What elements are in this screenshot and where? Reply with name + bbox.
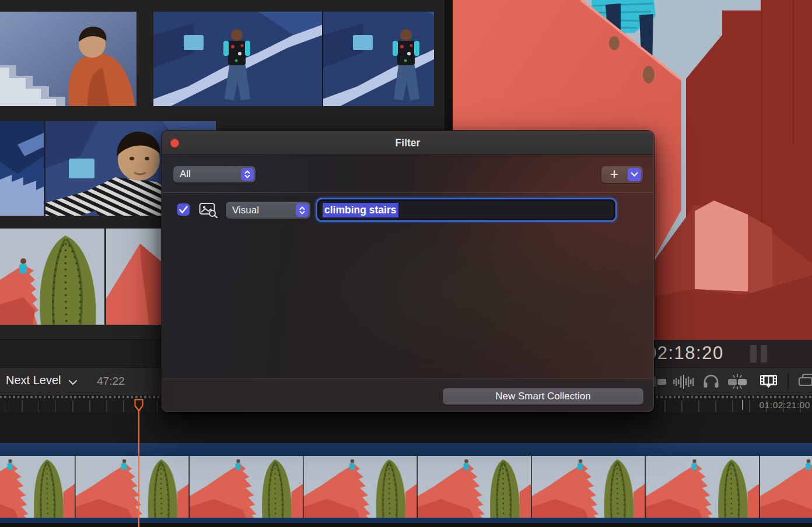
chevron-down-icon[interactable]: [628, 168, 641, 181]
playhead-marker[interactable]: [134, 399, 144, 412]
new-smart-collection-button[interactable]: New Smart Collection: [443, 388, 643, 405]
transitions-icon[interactable]: [726, 373, 750, 390]
add-rule-button[interactable]: +: [601, 166, 643, 183]
playhead-line[interactable]: [138, 410, 139, 527]
audio-meter-left: [750, 345, 757, 363]
chevron-down-icon[interactable]: [69, 380, 77, 385]
browser-clip-orange-jacket[interactable]: [0, 12, 136, 106]
rule-type-value: Visual: [232, 202, 259, 219]
scope-select-value: All: [180, 166, 191, 182]
browser-clip-cactus[interactable]: [0, 229, 104, 325]
stepper-icon: [241, 168, 254, 181]
ruler-timecode: 01:02:21:00: [760, 400, 810, 410]
project-title[interactable]: Next Level: [6, 374, 61, 387]
ruler-bright-tick: [742, 400, 743, 410]
app-window: 02:18:20 Next Level 47:22: [0, 0, 812, 527]
project-duration: 47:22: [97, 375, 125, 388]
timeline-clip-header[interactable]: [0, 443, 812, 456]
clip-thumbnail-art: [0, 12, 136, 106]
image-search-icon: [199, 202, 219, 218]
audio-meter-right: [761, 345, 767, 363]
clip-thumbnail-art: [0, 121, 44, 216]
rule-enabled-checkbox[interactable]: [177, 203, 190, 216]
viewer-timecode: 02:18:20: [646, 343, 724, 364]
audio-waveform-icon[interactable]: [672, 373, 696, 390]
scope-select[interactable]: All: [173, 166, 256, 182]
query-selected-text: climbing stairs: [323, 203, 398, 217]
clip-playhead-icon[interactable]: [652, 373, 667, 390]
rule-type-select[interactable]: Visual: [226, 202, 310, 219]
checkbox-check-icon: [177, 203, 190, 216]
timeline-clip-filmstrip[interactable]: [0, 456, 812, 518]
browser-clip-blue-stairs[interactable]: [0, 121, 44, 216]
query-input[interactable]: climbing stairs: [317, 199, 615, 220]
headphones-icon[interactable]: [702, 373, 720, 390]
panels-icon[interactable]: [797, 373, 812, 390]
toolbar-divider: [788, 373, 789, 389]
query-input-inner: climbing stairs: [319, 201, 614, 219]
timeline-panel: [0, 412, 812, 527]
dialog-title: Filter: [162, 137, 653, 149]
clip-thumbnail-art: [0, 229, 104, 325]
browser-clip-floral-shirt[interactable]: [153, 12, 434, 106]
filmstrip-icon[interactable]: [760, 373, 778, 390]
filter-dialog: Filter All +: [162, 131, 654, 412]
clip-thumbnail-art: [153, 12, 434, 106]
stepper-icon: [296, 203, 309, 217]
dialog-titlebar[interactable]: Filter: [162, 131, 653, 155]
dialog-footer: New Smart Collection: [162, 378, 653, 412]
add-icon: +: [601, 166, 627, 183]
timeline-clip-footer: [0, 518, 812, 523]
timeline-background: [0, 523, 812, 527]
